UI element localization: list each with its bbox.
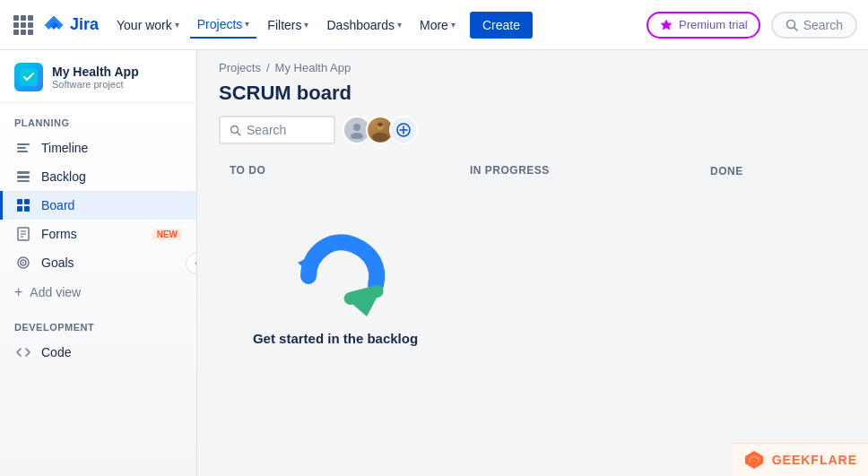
project-icon xyxy=(14,63,43,91)
empty-state-text: Get started in the backlog xyxy=(253,331,418,346)
timeline-label: Timeline xyxy=(41,141,182,155)
svg-rect-13 xyxy=(24,206,30,212)
board-search-icon xyxy=(230,125,241,136)
sidebar-item-goals[interactable]: Goals xyxy=(0,248,196,277)
nav-projects[interactable]: Projects ▾ xyxy=(190,12,257,39)
project-header: My Health App Software project xyxy=(0,50,196,103)
sidebar-item-backlog[interactable]: Backlog xyxy=(0,162,196,191)
board-label: Board xyxy=(41,198,182,212)
backlog-icon xyxy=(14,169,32,184)
forms-label: Forms xyxy=(41,227,143,241)
svg-rect-7 xyxy=(17,171,30,174)
svg-rect-4 xyxy=(17,143,30,145)
add-icon: + xyxy=(14,284,22,300)
svg-rect-9 xyxy=(17,180,30,182)
avatar-group xyxy=(343,116,418,144)
create-button[interactable]: Create xyxy=(470,12,533,39)
sidebar-item-code[interactable]: Code xyxy=(0,338,196,367)
column-inprogress: IN PROGRESS xyxy=(459,155,692,476)
board-toolbar: Search xyxy=(197,116,868,155)
apps-grid-icon[interactable] xyxy=(11,13,36,38)
page-title: SCRUM board xyxy=(197,78,868,116)
nav-your-work[interactable]: Your work ▾ xyxy=(109,13,187,38)
forms-new-badge: NEW xyxy=(152,229,182,240)
svg-point-24 xyxy=(351,133,363,139)
project-name: My Health App xyxy=(52,65,139,79)
global-search-box[interactable]: Search xyxy=(771,12,857,39)
breadcrumb: Projects / My Health App xyxy=(197,50,868,78)
board-search-placeholder: Search xyxy=(247,123,286,137)
column-inprogress-label: IN PROGRESS xyxy=(470,164,550,177)
goals-label: Goals xyxy=(41,255,182,270)
svg-point-28 xyxy=(378,123,383,126)
column-todo-label: TO DO xyxy=(230,164,265,177)
jira-logo[interactable]: Jira xyxy=(43,14,99,36)
avatar-add-button[interactable] xyxy=(389,116,418,144)
nav-dashboards[interactable]: Dashboards ▾ xyxy=(319,13,409,38)
sidebar-item-timeline[interactable]: Timeline xyxy=(0,134,196,162)
planning-section-label: PLANNING xyxy=(0,103,196,134)
svg-marker-0 xyxy=(661,20,672,30)
nav-more[interactable]: More ▾ xyxy=(412,13,463,38)
todo-empty-state: Get started in the backlog xyxy=(239,191,432,382)
svg-rect-10 xyxy=(17,199,22,204)
svg-rect-5 xyxy=(17,147,26,149)
timeline-icon xyxy=(14,141,32,155)
development-section-label: DEVELOPMENT xyxy=(0,307,196,338)
sidebar-item-board[interactable]: Board xyxy=(0,191,196,220)
goals-icon xyxy=(14,255,32,270)
svg-line-22 xyxy=(238,132,241,135)
code-icon xyxy=(14,345,32,359)
watermark-brand: GEEKFLARE xyxy=(772,453,857,467)
main-layout: My Health App Software project ‹ PLANNIN… xyxy=(0,50,868,476)
logo-text: Jira xyxy=(70,15,99,34)
board-area: TO DO xyxy=(197,155,868,476)
main-content: Projects / My Health App SCRUM board Sea… xyxy=(197,50,868,476)
add-view-label: Add view xyxy=(30,285,81,299)
svg-line-2 xyxy=(794,27,797,30)
column-todo: TO DO xyxy=(219,155,452,476)
sidebar-add-view[interactable]: + Add view xyxy=(0,277,196,307)
project-type: Software project xyxy=(52,79,139,90)
watermark: GEEKFLARE xyxy=(733,443,868,476)
top-navigation: Jira Your work ▾ Projects ▾ Filters ▾ Da… xyxy=(0,0,868,50)
todo-illustration xyxy=(282,227,389,316)
svg-rect-8 xyxy=(17,176,30,178)
nav-filters[interactable]: Filters ▾ xyxy=(260,13,316,38)
breadcrumb-project-link[interactable]: My Health App xyxy=(275,61,352,74)
forms-icon xyxy=(14,227,32,241)
sidebar-item-forms[interactable]: Forms NEW xyxy=(0,220,196,248)
breadcrumb-projects-link[interactable]: Projects xyxy=(219,61,261,74)
code-label: Code xyxy=(41,345,182,359)
premium-trial-button[interactable]: Premium trial xyxy=(647,12,760,39)
svg-rect-6 xyxy=(17,151,28,152)
svg-point-26 xyxy=(372,133,388,142)
sidebar: My Health App Software project ‹ PLANNIN… xyxy=(0,50,197,476)
column-done: DONE ✓ xyxy=(699,155,868,476)
search-icon xyxy=(786,19,798,31)
backlog-label: Backlog xyxy=(41,169,182,184)
geekflare-logo-icon xyxy=(743,449,765,471)
svg-point-20 xyxy=(22,262,24,264)
svg-rect-11 xyxy=(24,199,30,204)
svg-rect-12 xyxy=(17,206,22,212)
sidebar-scroll-area: PLANNING Timeline Backlog Board xyxy=(0,103,196,476)
column-done-label: DONE xyxy=(710,165,743,177)
svg-point-23 xyxy=(353,124,360,131)
board-icon xyxy=(14,198,32,212)
board-search-box[interactable]: Search xyxy=(219,116,335,144)
